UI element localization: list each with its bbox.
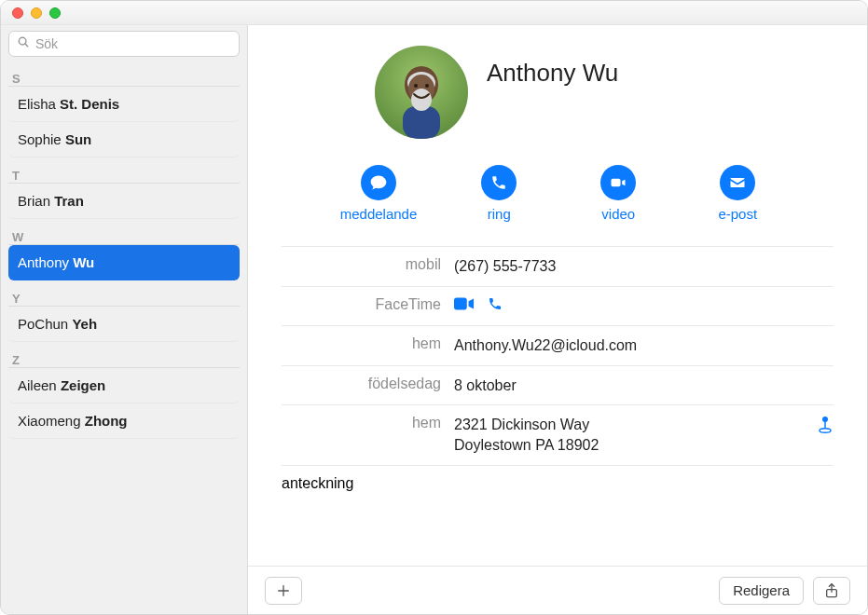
list-item[interactable]: PoChun Yeh: [8, 307, 240, 342]
label-home-address: hem: [282, 415, 454, 431]
phone-icon: [481, 165, 517, 200]
svg-rect-11: [454, 297, 467, 309]
svg-point-9: [425, 84, 429, 88]
contacts-window: SElisha St. DenisSophie SunTBrian TranWA…: [0, 0, 868, 615]
label-facetime: FaceTime: [282, 296, 454, 313]
list-item[interactable]: Sophie Sun: [8, 122, 240, 157]
add-button[interactable]: [265, 577, 302, 605]
message-label: meddelande: [340, 206, 418, 222]
email-label: e-post: [718, 206, 757, 222]
contact-last-name: Wu: [73, 254, 94, 270]
contact-last-name: Tran: [54, 193, 84, 209]
contact-fields: mobil (267) 555-7733 FaceTime: [282, 246, 834, 511]
svg-rect-10: [612, 179, 621, 186]
message-icon: [361, 165, 396, 200]
edit-button[interactable]: Redigera: [719, 577, 804, 605]
contact-first-name: Sophie: [18, 131, 65, 147]
svg-point-12: [823, 417, 828, 422]
window-controls: [12, 7, 61, 19]
email-button[interactable]: e-post: [700, 165, 775, 222]
svg-rect-6: [403, 106, 440, 139]
list-item[interactable]: Aileen Zeigen: [8, 368, 240, 403]
list-item[interactable]: Xiaomeng Zhong: [8, 403, 240, 439]
field-mobile: mobil (267) 555-7733: [282, 246, 834, 286]
facetime-video-button[interactable]: [454, 296, 475, 317]
svg-line-1: [25, 44, 28, 47]
search-input[interactable]: [35, 36, 231, 51]
message-button[interactable]: meddelande: [340, 165, 418, 222]
label-birthday: födelsedag: [282, 376, 454, 392]
sidebar: SElisha St. DenisSophie SunTBrian TranWA…: [1, 25, 248, 614]
bottom-toolbar: Redigera: [248, 566, 867, 614]
window-body: SElisha St. DenisSophie SunTBrian TranWA…: [1, 25, 867, 614]
section-letter: T: [8, 157, 240, 184]
mail-icon: [720, 165, 755, 200]
video-button[interactable]: video: [581, 165, 655, 222]
video-icon: [600, 165, 636, 200]
contact-last-name: St. Denis: [60, 96, 119, 112]
call-label: ring: [488, 206, 511, 222]
value-home-address[interactable]: 2321 Dickinson Way Doylestown PA 18902: [454, 415, 834, 455]
field-facetime: FaceTime: [282, 286, 834, 326]
address-line-2: Doylestown PA 18902: [454, 435, 834, 456]
list-item[interactable]: Brian Tran: [8, 184, 240, 219]
svg-point-14: [820, 429, 831, 433]
facetime-audio-button[interactable]: [488, 296, 503, 317]
section-letter: Y: [8, 280, 240, 307]
contact-last-name: Yeh: [72, 316, 97, 332]
field-home-email: hem Anthony.Wu22@icloud.com: [282, 325, 834, 365]
field-home-address: hem 2321 Dickinson Way Doylestown PA 189…: [282, 404, 834, 464]
zoom-window-button[interactable]: [49, 7, 61, 19]
minimize-window-button[interactable]: [31, 7, 42, 19]
map-pin-button[interactable]: [817, 415, 834, 441]
field-birthday: födelsedag 8 oktober: [282, 365, 834, 405]
field-note: anteckning: [282, 465, 834, 511]
list-item[interactable]: Anthony Wu: [8, 245, 240, 280]
contact-first-name: Xiaomeng: [18, 413, 85, 429]
section-letter: Z: [8, 342, 240, 368]
address-line-1: 2321 Dickinson Way: [454, 415, 834, 435]
svg-point-8: [414, 84, 418, 88]
action-bar: meddelande ring video: [282, 165, 834, 222]
contact-first-name: PoChun: [18, 316, 72, 332]
titlebar: [1, 1, 867, 25]
contact-first-name: Anthony: [18, 254, 73, 270]
avatar[interactable]: [375, 46, 468, 139]
contact-first-name: Elisha: [18, 96, 60, 112]
video-label: video: [601, 206, 635, 222]
close-window-button[interactable]: [12, 7, 23, 19]
label-note: anteckning: [282, 475, 353, 492]
value-mobile[interactable]: (267) 555-7733: [454, 256, 834, 277]
contact-first-name: Aileen: [18, 377, 61, 393]
contact-name: Anthony Wu: [487, 46, 618, 88]
value-home-email[interactable]: Anthony.Wu22@icloud.com: [454, 335, 834, 356]
contact-last-name: Zeigen: [61, 377, 105, 393]
call-button[interactable]: ring: [462, 165, 536, 222]
contact-detail: Anthony Wu meddelande ring: [248, 25, 867, 614]
search-icon: [17, 35, 30, 52]
label-home-email: hem: [282, 335, 454, 352]
value-birthday: 8 oktober: [454, 376, 834, 396]
contact-list[interactable]: SElisha St. DenisSophie SunTBrian TranWA…: [1, 61, 247, 614]
contact-first-name: Brian: [18, 193, 54, 209]
section-letter: S: [8, 61, 240, 87]
section-letter: W: [8, 219, 240, 245]
label-mobile: mobil: [282, 256, 454, 273]
contact-last-name: Sun: [65, 131, 91, 147]
contact-last-name: Zhong: [85, 413, 128, 429]
share-button[interactable]: [813, 577, 850, 605]
list-item[interactable]: Elisha St. Denis: [8, 87, 240, 122]
svg-point-7: [411, 89, 432, 111]
search-field[interactable]: [8, 31, 240, 57]
contact-header: Anthony Wu: [375, 46, 834, 139]
